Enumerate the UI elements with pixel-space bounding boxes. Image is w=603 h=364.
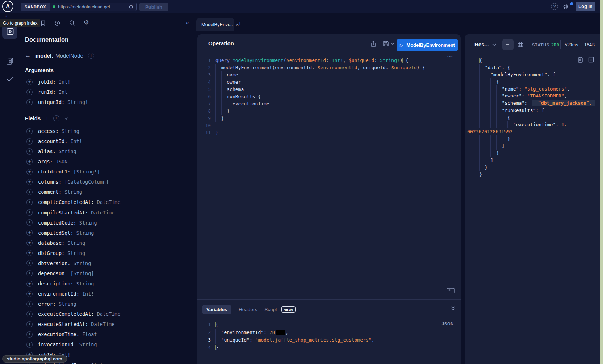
add-field-icon[interactable]: + [26,128,33,134]
field-type[interactable]: DateTime [91,210,114,216]
code-line[interactable]: { [479,57,599,64]
field-name[interactable]: database: [38,240,67,246]
add-field-icon[interactable]: + [26,189,33,195]
argument-name[interactable]: runId: [38,89,59,95]
field-type[interactable]: String [76,281,94,286]
field-type[interactable]: String [74,260,91,266]
checks-icon[interactable] [0,75,20,83]
apollo-logo-icon[interactable]: A [2,1,13,12]
field-type[interactable]: String [91,362,109,364]
save-options-chevron-icon[interactable] [391,43,394,45]
code-line[interactable]: 6runResults { [197,93,461,100]
field-name[interactable]: description: [38,281,76,286]
argument-name[interactable]: uniqueId: [38,99,67,105]
bookmark-icon[interactable] [40,20,46,26]
field-type[interactable]: JSON [56,159,68,164]
field-name[interactable]: accountId: [38,138,70,144]
graph-index-icon[interactable]: ∷ [5,14,8,18]
field-name[interactable]: error: [38,301,59,307]
code-line[interactable]: { [479,78,599,85]
announcements-icon[interactable] [563,3,570,10]
code-line[interactable]: 11} [197,129,461,137]
add-field-icon[interactable]: + [26,291,33,297]
code-line[interactable]: 2"environmentId": 78, [197,329,461,336]
code-line[interactable]: "data": { [479,64,599,71]
field-name[interactable]: executionTime: [38,331,82,337]
add-field-icon[interactable]: + [26,281,33,287]
field-type[interactable]: String [76,230,94,236]
publish-button[interactable]: Publish [139,3,168,11]
collapse-panel-icon[interactable]: « [186,19,189,26]
field-name[interactable]: invocationId: [38,342,79,347]
search-icon[interactable] [69,20,75,26]
field-type[interactable]: DateTime [97,311,121,317]
code-line[interactable]: 1query ModelByEnvironment($environmentId… [197,57,461,64]
add-field-icon[interactable]: + [26,99,33,105]
field-name[interactable]: compiledCode: [38,220,79,226]
add-field-icon[interactable]: + [26,311,33,317]
field-name[interactable]: executeCompletedAt: [38,311,97,317]
code-line[interactable]: } [479,150,599,157]
code-line[interactable]: 4owner [197,79,461,86]
code-line[interactable]: "name": "stg_customers", [479,85,599,93]
operation-editor[interactable]: 1query ModelByEnvironment($environmentId… [197,57,461,137]
field-type[interactable]: DateTime [97,199,121,205]
collapse-variables-icon[interactable] [451,306,456,310]
code-line[interactable]: "executionTime": 1. [479,121,599,128]
tab-script[interactable]: Script [264,307,277,312]
field-type[interactable]: String [59,301,76,307]
connection-settings-button[interactable]: ⚙ [126,3,136,11]
add-all-fields-icon[interactable]: + [53,115,59,121]
field-type[interactable]: Int! [82,291,94,297]
code-line[interactable]: } [479,164,599,171]
field-name[interactable]: dbtGroup: [38,250,67,256]
chevron-down-icon[interactable] [64,117,68,120]
code-line[interactable]: 2modelByEnvironment(environmentId: $envi… [197,64,461,71]
field-name[interactable]: childrenL1: [38,169,74,175]
variables-editor[interactable]: 1{2"environmentId": 78,3"uniqueId": "mod… [197,321,461,351]
add-field-icon[interactable]: + [26,138,33,145]
settings-gear-icon[interactable]: ⚙ [84,19,89,26]
code-line[interactable]: ] [479,142,599,150]
field-type[interactable]: DateTime [91,321,114,327]
field-type[interactable]: Float [82,331,97,337]
field-name[interactable]: comment: [38,189,64,195]
add-field-icon[interactable]: + [26,179,33,185]
help-icon[interactable]: ? [551,3,558,10]
add-field-icon[interactable]: + [26,209,33,216]
add-field-icon[interactable]: + [26,331,33,338]
sort-fields-icon[interactable]: ↓ [46,116,48,121]
add-field-icon[interactable]: + [26,270,33,276]
field-name[interactable]: compileStartedAt: [38,210,91,216]
code-line[interactable]: "runResults": [ [479,107,599,114]
run-operation-button[interactable]: ▷ ModelByEnvironment [397,39,458,51]
field-type[interactable]: Int! [70,138,82,144]
add-field-icon[interactable]: + [26,199,33,205]
field-type[interactable]: String [79,342,97,347]
field-type[interactable]: String [79,220,97,226]
code-line[interactable]: 1{ [197,321,461,329]
explorer-icon[interactable] [0,27,20,36]
field-type[interactable]: [String] [70,271,94,276]
breadcrumb-type[interactable]: ModelNode [55,53,83,59]
code-line[interactable]: } [479,171,599,178]
login-button[interactable]: Log in [576,2,595,11]
add-field-icon[interactable]: + [26,159,33,165]
code-line[interactable]: 10 [197,122,461,129]
add-field-icon[interactable]: + [26,342,33,348]
field-name[interactable]: access: [38,128,62,134]
code-line[interactable]: 5schema [197,86,461,93]
add-type-icon[interactable]: + [88,53,94,59]
code-line[interactable]: "schema": “dbt_mary_jackson”, [479,100,599,107]
field-name[interactable]: executeStartedAt: [38,321,91,327]
share-icon[interactable] [370,41,376,47]
new-tab-button[interactable]: + [238,20,242,28]
add-field-icon[interactable]: + [26,250,33,256]
code-line[interactable]: 8} [197,108,461,115]
argument-type[interactable]: Int! [59,79,71,85]
tab-headers[interactable]: Headers [239,307,257,312]
add-field-icon[interactable]: + [26,230,33,236]
add-field-icon[interactable]: + [26,219,33,226]
endpoint-url-input[interactable]: https://metadata.cloud.get [50,3,126,11]
field-name[interactable]: environmentId: [38,291,82,297]
